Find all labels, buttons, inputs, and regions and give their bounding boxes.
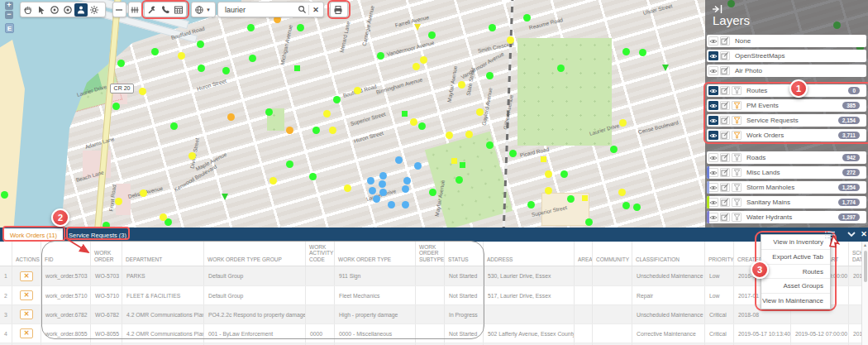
column-header[interactable]: ADDRESS: [484, 242, 575, 266]
remove-row-button[interactable]: ✕: [20, 271, 33, 281]
layer-row-misc-lands[interactable]: Misc Lands272: [707, 166, 866, 179]
map-marker[interactable]: [198, 65, 205, 72]
layer-row-service-requests[interactable]: Service Requests2,154: [707, 114, 866, 127]
map-marker[interactable]: [523, 14, 531, 22]
map-marker[interactable]: [410, 118, 417, 126]
layer-visibility-toggle[interactable]: [708, 101, 718, 110]
layer-edit-icon[interactable]: [720, 213, 730, 222]
menu-item-asset-groups[interactable]: Asset Groups: [761, 279, 830, 294]
column-header[interactable]: FID: [41, 242, 91, 266]
map-marker[interactable]: [309, 173, 317, 180]
map-marker[interactable]: [188, 152, 196, 160]
map-marker[interactable]: [333, 96, 341, 103]
layer-visibility-toggle[interactable]: [708, 213, 718, 222]
map-marker[interactable]: [402, 185, 409, 193]
map-marker[interactable]: [286, 127, 293, 134]
map-marker[interactable]: [507, 36, 514, 44]
column-header[interactable]: WORK ORDER TYPE GROUP: [204, 242, 306, 266]
map-marker[interactable]: [249, 55, 256, 62]
person-tool-button[interactable]: [74, 3, 88, 17]
remove-row-button[interactable]: ✕: [20, 328, 33, 338]
map-marker[interactable]: [402, 111, 408, 117]
map-marker[interactable]: [294, 65, 300, 71]
map-marker[interactable]: [117, 60, 125, 67]
layer-edit-icon[interactable]: [720, 51, 730, 60]
layer-edit-icon[interactable]: [720, 101, 730, 110]
map-marker[interactable]: [420, 56, 427, 64]
map-marker[interactable]: [344, 184, 351, 192]
map-marker[interactable]: [388, 201, 395, 208]
map-marker[interactable]: [178, 52, 185, 60]
map-marker[interactable]: [197, 41, 204, 48]
map-marker[interactable]: [455, 176, 463, 184]
layer-visibility-toggle[interactable]: [708, 198, 718, 207]
map-marker[interactable]: [610, 146, 618, 153]
layer-filter-icon[interactable]: [732, 213, 742, 222]
map-marker[interactable]: [446, 132, 453, 139]
map-marker[interactable]: [489, 24, 496, 31]
map-marker[interactable]: [160, 213, 167, 221]
layer-visibility-toggle[interactable]: [708, 36, 718, 46]
pan-tool-button[interactable]: [21, 3, 35, 17]
identify-tool-button[interactable]: [48, 3, 61, 17]
layer-edit-icon[interactable]: [720, 36, 730, 46]
measure-line-button[interactable]: [112, 2, 126, 17]
collapse-panel-icon[interactable]: [713, 5, 723, 13]
measure-area-button[interactable]: [128, 2, 142, 17]
column-header[interactable]: AREA: [575, 242, 593, 266]
layer-row-water-hydrants[interactable]: Water Hydrants1,297: [707, 211, 866, 223]
map-marker[interactable]: [140, 189, 147, 197]
column-header[interactable]: STATUS: [445, 242, 484, 266]
map-marker[interactable]: [1, 191, 8, 199]
layer-filter-icon[interactable]: [732, 153, 742, 162]
map-marker[interactable]: [414, 162, 422, 170]
tab-service-requests[interactable]: Service Requests (3): [68, 228, 127, 242]
layer-edit-icon[interactable]: [720, 86, 730, 95]
layer-row-air-photo[interactable]: Air Photo: [707, 65, 866, 77]
map-marker[interactable]: [560, 170, 568, 178]
layer-filter-icon[interactable]: [732, 198, 742, 207]
column-header[interactable]: WORK ACTIVITY CODE: [306, 242, 335, 266]
layer-row-routes[interactable]: Routes0: [707, 84, 866, 97]
map-marker[interactable]: [269, 177, 277, 184]
layer-row-pm-events[interactable]: PM Events385: [707, 99, 866, 112]
globe-button[interactable]: [193, 3, 206, 17]
scrollbar-up-arrow[interactable]: ▲: [862, 242, 868, 249]
layer-filter-icon[interactable]: [732, 168, 742, 177]
layer-visibility-toggle[interactable]: [708, 66, 718, 75]
layer-filter-icon[interactable]: [732, 131, 742, 140]
layer-visibility-toggle[interactable]: [708, 51, 718, 60]
map-marker[interactable]: [297, 24, 304, 31]
layer-edit-icon[interactable]: [720, 168, 730, 177]
map-marker[interactable]: [557, 65, 565, 72]
map-marker[interactable]: [541, 156, 546, 162]
map-marker[interactable]: [373, 195, 380, 203]
map-marker[interactable]: [112, 103, 120, 110]
select-tool-button[interactable]: [35, 3, 48, 17]
map-marker[interactable]: [509, 150, 517, 157]
map-marker[interactable]: [622, 48, 630, 55]
map-marker[interactable]: [222, 67, 230, 74]
collapse-panel-chevron-icon[interactable]: [847, 232, 856, 237]
layer-row-roads[interactable]: Roads942: [707, 151, 866, 164]
column-header[interactable]: COMMUNITY: [593, 242, 632, 266]
table-row[interactable]: 3✕work_order.6782WO-67824.2 OMR Communic…: [0, 304, 868, 323]
map-marker[interactable]: [639, 49, 646, 56]
map-marker[interactable]: [369, 187, 376, 194]
layer-row-openstreetmaps[interactable]: OpenStreetMaps: [707, 50, 866, 62]
layer-row-none[interactable]: None: [707, 35, 866, 47]
search-input[interactable]: laurier: [219, 6, 295, 14]
layer-filter-icon[interactable]: [732, 86, 742, 95]
extent-button[interactable]: E: [5, 23, 14, 33]
map-marker[interactable]: [312, 127, 320, 134]
layer-filter-icon[interactable]: [732, 183, 742, 192]
layer-filter-icon[interactable]: [732, 116, 742, 125]
map-marker[interactable]: [545, 187, 552, 194]
table-row[interactable]: 1✕work_order.5703WO-5703PARKSDefault Gro…: [0, 266, 868, 285]
map-marker[interactable]: [545, 170, 552, 178]
chevron-down-icon[interactable]: ▼: [206, 7, 211, 12]
layer-edit-icon[interactable]: [720, 131, 730, 140]
table-vertical-scrollbar[interactable]: ▲: [861, 242, 868, 345]
map-marker[interactable]: [527, 201, 535, 208]
map-marker[interactable]: [585, 218, 593, 226]
